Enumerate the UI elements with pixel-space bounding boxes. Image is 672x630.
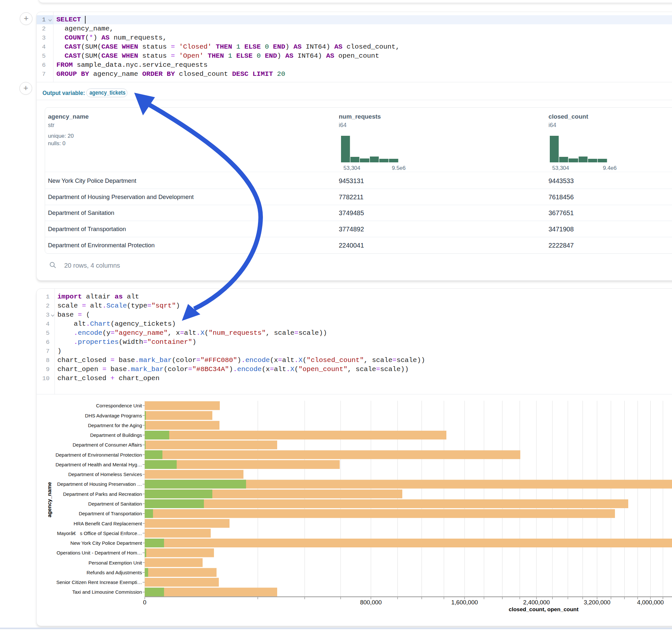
- svg-text:Personal Exemption Unit: Personal Exemption Unit: [89, 560, 142, 565]
- svg-text:Department of Housing Preserva: Department of Housing Preservation …: [57, 481, 142, 487]
- svg-text:DHS Advantage Programs: DHS Advantage Programs: [85, 413, 142, 418]
- svg-text:Department of Sanitation: Department of Sanitation: [88, 501, 142, 507]
- svg-text:4,000,000: 4,000,000: [637, 599, 664, 606]
- svg-text:Department of Buildings: Department of Buildings: [90, 432, 142, 438]
- svg-text:Mayorâ€ s Office of Special: Mayorâ€ s Office of Special Enforce…: [57, 531, 142, 536]
- svg-text:closed_count, open_count: closed_count, open_count: [509, 606, 579, 612]
- svg-text:3,200,000: 3,200,000: [584, 599, 610, 606]
- svg-text:Department of Consumer Affairs: Department of Consumer Affairs: [73, 442, 142, 447]
- svg-text:Department of Homeless Service: Department of Homeless Services: [68, 471, 142, 477]
- svg-text:HRA Benefit Card Replacement: HRA Benefit Card Replacement: [74, 521, 142, 526]
- svg-text:Taxi and Limousine Commission: Taxi and Limousine Commission: [72, 589, 142, 595]
- svg-text:agency_name: agency_name: [46, 482, 52, 517]
- svg-text:Operations Unit - Department o: Operations Unit - Department of Hom…: [57, 550, 142, 555]
- svg-text:800,000: 800,000: [360, 599, 382, 606]
- svg-text:New York City Police Departmen: New York City Police Department: [70, 540, 142, 546]
- svg-text:2,400,000: 2,400,000: [523, 599, 550, 606]
- svg-text:0: 0: [143, 599, 146, 606]
- svg-text:Department of Transportation: Department of Transportation: [79, 511, 142, 516]
- svg-text:Senior Citizen Rent Increase E: Senior Citizen Rent Increase Exempti…: [56, 579, 142, 585]
- svg-text:Department for the Aging: Department for the Aging: [88, 422, 142, 428]
- svg-text:Department of Environmental Pr: Department of Environmental Protection: [55, 452, 142, 458]
- svg-text:Refunds and Adjustments: Refunds and Adjustments: [87, 570, 142, 575]
- svg-text:Department of Health and Menta: Department of Health and Mental Hyg…: [55, 462, 142, 467]
- svg-text:Correspondence Unit: Correspondence Unit: [96, 403, 142, 408]
- svg-text:Department of Parks and Recrea: Department of Parks and Recreation: [63, 491, 142, 497]
- svg-text:1,600,000: 1,600,000: [451, 599, 478, 606]
